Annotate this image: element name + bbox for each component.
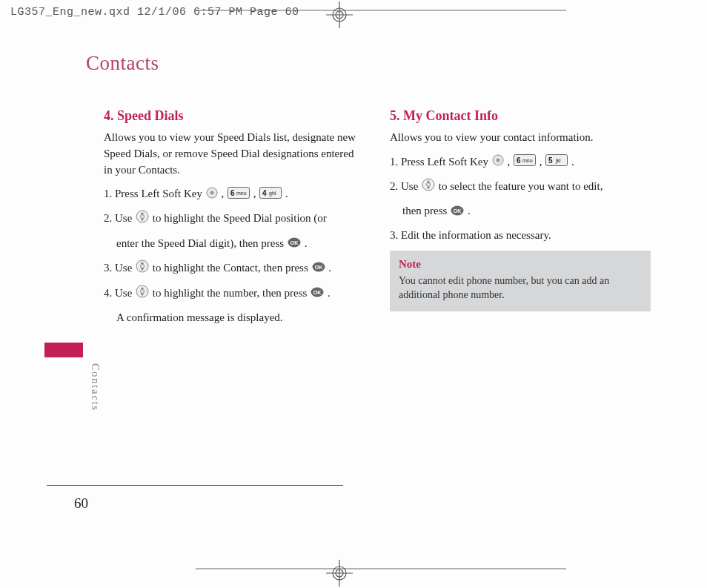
step-text: .	[328, 262, 331, 274]
nav-key-icon	[136, 285, 149, 303]
nav-key-icon	[136, 260, 149, 278]
step-text: .	[305, 237, 308, 249]
section-title-my-contact: 5. My Contact Info	[390, 108, 651, 124]
step-4: 4. Use to highlight the number, then pre…	[104, 285, 365, 303]
step-2-cont: then press OK .	[390, 202, 651, 220]
soft-key-icon	[206, 187, 218, 204]
step-3: 3. Use to highlight the Contact, then pr…	[104, 260, 365, 278]
key-6-icon: 6mno	[228, 187, 250, 204]
svg-point-11	[210, 191, 213, 194]
step-text: to select the feature you want to edit,	[439, 180, 603, 192]
svg-point-1	[333, 8, 346, 22]
registration-mark-icon	[325, 558, 354, 588]
ok-key-icon: OK	[288, 236, 301, 253]
svg-text:6: 6	[517, 156, 521, 165]
svg-point-7	[336, 569, 343, 577]
footer-rule	[47, 485, 343, 486]
note-title: Note	[399, 258, 642, 271]
step-text: to highlight the number, then press	[153, 287, 310, 299]
step-2-cont: enter the Speed Dial digit), then press …	[104, 235, 365, 253]
step-text: 1. Press Left Soft Key	[104, 188, 205, 199]
confirmation-text: A confirmation message is displayed.	[104, 309, 365, 326]
step-text: .	[571, 156, 574, 168]
svg-text:OK: OK	[291, 240, 299, 245]
page-content: Contacts 4. Speed Dials Allows you to vi…	[52, 52, 660, 333]
key-4-icon: 4ghi	[259, 187, 282, 204]
step-text: 2. Use	[104, 212, 135, 224]
chapter-title: Contacts	[86, 52, 660, 75]
note-box: Note You cannot edit phone number, but y…	[390, 251, 651, 311]
registration-mark-icon	[325, 0, 354, 30]
ok-key-icon: OK	[311, 285, 324, 303]
intro-text: Allows you to view your Speed Dials list…	[104, 130, 365, 178]
svg-point-2	[336, 11, 343, 19]
step-text: .	[328, 287, 331, 299]
step-1: 1. Press Left Soft Key , 6mno , 5jkl .	[390, 153, 651, 171]
svg-text:mno: mno	[522, 158, 533, 163]
intro-text: Allows you to view your contact informat…	[390, 130, 651, 146]
step-1: 1. Press Left Soft Key , 6mno , 4ghi .	[104, 185, 365, 203]
note-text: You cannot edit phone number, but you ca…	[399, 274, 642, 303]
page-number: 60	[74, 495, 88, 512]
side-tab-marker	[44, 343, 83, 357]
step-text: ,	[253, 188, 259, 199]
step-3: 3. Edit the information as necessary.	[390, 227, 651, 244]
header-metadata: LG357_Eng_new.qxd 12/1/06 6:57 PM Page 6…	[10, 6, 299, 19]
section-title-speed-dials: 4. Speed Dials	[104, 108, 365, 124]
step-2: 2. Use to select the feature you want to…	[390, 178, 651, 196]
step-text: 2. Use	[390, 180, 421, 192]
step-text: 1. Press Left Soft Key	[390, 156, 491, 168]
nav-key-icon	[136, 210, 149, 228]
svg-text:5: 5	[548, 156, 553, 165]
step-text: 4. Use	[104, 287, 135, 299]
svg-text:OK: OK	[314, 265, 322, 270]
nav-key-icon	[422, 178, 435, 196]
svg-text:ghi: ghi	[269, 191, 276, 196]
step-text: then press	[402, 205, 450, 217]
soft-key-icon	[492, 154, 504, 171]
step-text: to highlight the Contact, then press	[153, 262, 311, 274]
column-speed-dials: 4. Speed Dials Allows you to view your S…	[104, 108, 365, 333]
key-6-icon: 6mno	[514, 154, 536, 171]
svg-point-6	[333, 566, 346, 580]
step-text: ,	[540, 156, 545, 168]
step-text: ,	[221, 188, 227, 199]
svg-text:OK: OK	[313, 290, 322, 295]
step-text: enter the Speed Dial digit), then press	[116, 237, 287, 249]
svg-point-31	[496, 159, 499, 162]
step-2: 2. Use to highlight the Speed Dial posit…	[104, 210, 365, 228]
step-text: ,	[507, 156, 513, 168]
key-5-icon: 5jkl	[545, 154, 568, 171]
column-my-contact-info: 5. My Contact Info Allows you to view yo…	[390, 108, 651, 333]
side-label: Contacts	[89, 363, 101, 412]
crop-marks-bottom	[0, 551, 707, 573]
ok-key-icon: OK	[451, 204, 464, 221]
svg-text:jkl: jkl	[555, 158, 561, 164]
step-text: .	[468, 205, 471, 217]
step-text: .	[285, 188, 288, 199]
svg-text:mno: mno	[236, 191, 247, 196]
step-text: 3. Use	[104, 262, 135, 274]
step-text: to highlight the Speed Dial position (or	[153, 212, 327, 224]
svg-text:6: 6	[230, 189, 235, 197]
svg-text:4: 4	[262, 189, 267, 197]
ok-key-icon: OK	[312, 260, 325, 277]
svg-text:OK: OK	[454, 208, 462, 214]
